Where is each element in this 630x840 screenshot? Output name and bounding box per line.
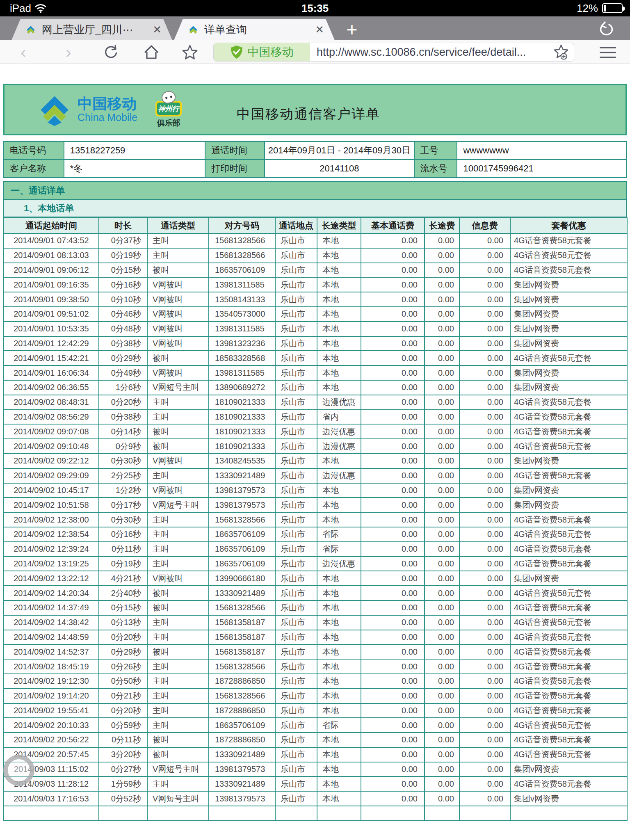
table-row: 2014/09/01 09:16:350分16秒V网被叫13981311585乐… — [4, 277, 627, 292]
new-tab-button[interactable]: + — [340, 21, 364, 39]
bookmarks-button[interactable] — [179, 43, 201, 61]
table-header-row: 通话起始时间时长通话类型对方号码通话地点长途类型基本通话费长途费信息费套餐优惠 — [4, 218, 627, 233]
table-cell: 0.00 — [425, 292, 459, 307]
table-cell: 4G话音资费58元套餐 — [510, 615, 627, 630]
table-cell: V网被叫 — [147, 454, 209, 468]
table-cell: 本地 — [317, 454, 361, 468]
table-cell: 0.00 — [361, 498, 425, 512]
table-cell: 4G话音资费58元套餐 — [510, 689, 627, 703]
table-cell: 被叫 — [147, 424, 209, 439]
tab-detail-query[interactable]: 详单查询 ✕ — [174, 19, 335, 40]
table-row: 2014/09/03 17:16:530分52秒V网短号主叫1398137957… — [4, 791, 627, 806]
table-row: 2014/09/02 08:56:290分38秒主叫18109021333乐山市… — [4, 410, 627, 425]
table-cell: 0分37秒 — [99, 233, 147, 248]
table-cell: 主叫 — [147, 659, 209, 674]
tab-close-icon[interactable]: ✕ — [313, 23, 326, 36]
table-cell: 13408245535 — [209, 454, 275, 468]
table-cell: 集团v网资费 — [510, 307, 627, 322]
table-cell: 乐山市 — [275, 527, 317, 542]
table-cell: 本地 — [317, 248, 361, 263]
table-cell: 0分20秒 — [99, 395, 147, 410]
table-row: 2014/09/02 20:56:220分11秒被叫18728886850乐山市… — [4, 733, 627, 747]
table-cell: 15681358187 — [209, 644, 275, 659]
column-header: 信息费 — [459, 218, 510, 233]
table-cell: 主叫 — [147, 468, 209, 483]
table-cell: 主叫 — [147, 248, 209, 263]
table-cell: 13330921489 — [209, 747, 275, 762]
refresh-button[interactable] — [100, 43, 122, 61]
table-row: 2014/09/02 12:38:000分30秒主叫15681328566乐山市… — [4, 512, 627, 527]
touch-indicator — [3, 755, 34, 786]
table-cell: 4G话音资费58元套餐 — [510, 718, 627, 733]
table-cell: 主叫 — [147, 542, 209, 557]
table-cell: 乐山市 — [275, 776, 317, 791]
table-cell: V网短号主叫 — [147, 498, 209, 512]
table-cell: 18728886850 — [209, 674, 275, 689]
table-cell: 本地 — [317, 630, 361, 645]
table-cell: 2014/09/02 19:14:20 — [4, 689, 99, 703]
table-cell: 2014/09/02 14:48:59 — [4, 630, 99, 645]
table-cell: 2014/09/01 12:42:29 — [4, 336, 99, 351]
table-cell: 2014/09/02 09:22:12 — [4, 454, 99, 468]
verified-shield-icon — [231, 45, 243, 59]
table-cell: 0分10秒 — [99, 292, 147, 307]
table-cell: 15681358187 — [209, 630, 275, 645]
table-cell: 0.00 — [425, 703, 459, 718]
table-cell: 13981379573 — [209, 498, 275, 512]
table-cell: 0.00 — [361, 439, 425, 454]
home-button[interactable] — [140, 43, 162, 61]
table-cell: 15681328566 — [209, 233, 275, 248]
china-mobile-logo: 中国移动 China Mobile — [37, 93, 137, 127]
table-cell: 0.00 — [459, 512, 510, 527]
table-cell: 0.00 — [361, 365, 425, 380]
info-row: 电话号码 13518227259 通话时间 2014年09月01日 - 2014… — [4, 142, 626, 160]
site-identity-badge[interactable]: 中国移动 — [214, 43, 310, 61]
table-cell: V网短号主叫 — [147, 762, 209, 777]
table-cell: 0.00 — [425, 615, 459, 630]
table-cell: 省际 — [317, 527, 361, 542]
forward-button[interactable]: › — [57, 43, 80, 61]
table-cell: 主叫 — [147, 689, 209, 703]
table-cell: 本地 — [317, 277, 361, 292]
table-cell: 本地 — [317, 336, 361, 351]
address-bar[interactable]: 中国移动 http://www.sc.10086.cn/service/fee/… — [213, 43, 574, 62]
table-cell: 0.00 — [361, 557, 425, 571]
table-cell: 本地 — [317, 571, 361, 586]
table-cell: 乐山市 — [275, 336, 317, 351]
add-bookmark-button[interactable] — [548, 43, 574, 61]
menu-button[interactable] — [596, 44, 620, 61]
table-cell: 0.00 — [459, 365, 510, 380]
undo-close-tab-button[interactable] — [593, 21, 618, 39]
tab-online-hall[interactable]: 网上营业厅_四川··· ✕ — [11, 19, 172, 40]
table-cell: 0.00 — [425, 512, 459, 527]
tab-close-icon[interactable]: ✕ — [150, 23, 164, 36]
table-cell: 乐山市 — [275, 380, 317, 395]
table-cell: 边漫优惠 — [317, 557, 361, 571]
url-text[interactable]: http://www.sc.10086.cn/service/fee/detai… — [310, 43, 548, 61]
table-cell: 0.00 — [459, 483, 510, 498]
table-cell: 被叫 — [147, 600, 209, 615]
column-header: 对方号码 — [209, 218, 275, 233]
table-cell: 0分20秒 — [99, 703, 147, 718]
table-cell: 4分21秒 — [99, 571, 147, 586]
table-cell: 0.00 — [361, 689, 425, 703]
table-cell: 2014/09/02 09:29:09 — [4, 468, 99, 483]
table-cell: 0分14秒 — [99, 424, 147, 439]
back-button[interactable]: ‹ — [12, 43, 34, 61]
table-cell: 0.00 — [425, 762, 459, 777]
table-cell: 边漫优惠 — [317, 395, 361, 410]
table-cell: 0.00 — [361, 644, 425, 659]
china-mobile-favicon — [188, 24, 199, 35]
table-cell — [317, 806, 361, 821]
table-cell: 0分38秒 — [99, 410, 147, 425]
table-cell: 0.00 — [425, 483, 459, 498]
table-cell: 0.00 — [425, 747, 459, 762]
table-cell: 2014/09/03 17:16:53 — [4, 791, 99, 806]
undo-arrow-icon — [597, 21, 614, 38]
table-cell: 13981311585 — [209, 322, 275, 336]
table-cell: 0.00 — [459, 644, 510, 659]
battery-percent: 12% — [577, 2, 598, 15]
table-cell: 2014/09/01 08:13:03 — [4, 248, 99, 263]
table-cell: 0.00 — [425, 718, 459, 733]
table-cell: 本地 — [317, 689, 361, 703]
